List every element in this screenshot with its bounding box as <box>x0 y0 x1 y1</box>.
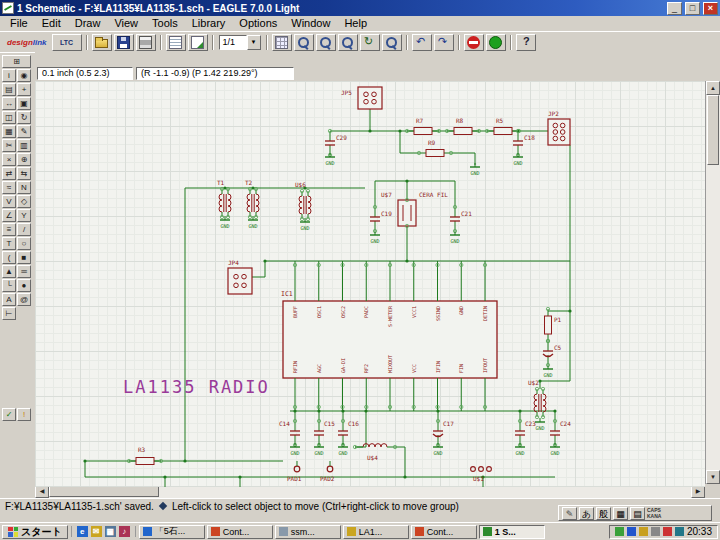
zoom-in-button[interactable] <box>316 34 336 51</box>
schematic-canvas[interactable]: R7R8R5R9R3P1C29C18C19C21C14C15C16C23C24C… <box>35 81 705 487</box>
tray-icon-4[interactable] <box>651 527 660 536</box>
designlink-brand[interactable]: designlink <box>3 38 51 47</box>
tool-wire[interactable]: / <box>17 223 31 236</box>
redo-button[interactable] <box>434 34 454 51</box>
tool-errors[interactable]: ! <box>17 408 31 421</box>
taskbar-task-2[interactable]: Cont... <box>207 525 273 539</box>
stop-button[interactable] <box>464 34 484 51</box>
print-button[interactable] <box>136 34 156 51</box>
tool-mark[interactable]: + <box>17 83 31 96</box>
start-button[interactable]: スタート <box>2 525 68 539</box>
part-C19[interactable]: C19 <box>370 205 392 232</box>
gnd-symbol[interactable]: GND <box>515 443 525 456</box>
gnd-symbol[interactable]: GND <box>513 153 523 166</box>
tool-invoke[interactable]: ≡ <box>2 223 16 236</box>
tool-copy[interactable]: ▣ <box>17 97 31 110</box>
part-R8[interactable]: R8 <box>445 117 480 135</box>
title-bar[interactable]: 1 Schematic - F:¥LA1135¥LA1135-1.sch - E… <box>0 0 720 16</box>
tray-icon-5[interactable] <box>663 527 672 536</box>
grid-button[interactable] <box>272 34 292 51</box>
gnd-symbol[interactable]: GND <box>248 216 258 229</box>
tool-paste[interactable]: ▥ <box>17 139 31 152</box>
gnd-symbol[interactable]: GND <box>220 216 230 229</box>
part-JP2[interactable]: JP2 <box>548 110 570 145</box>
vertical-scrollbar[interactable]: ▲ ▼ <box>705 81 720 484</box>
gnd-symbol[interactable]: GND <box>290 443 300 456</box>
tool-pinswap[interactable]: ⇄ <box>2 167 16 180</box>
board-button[interactable] <box>188 34 208 51</box>
gnd-symbol[interactable]: GND <box>450 231 460 244</box>
tool-label[interactable]: A <box>2 293 16 306</box>
tray-icon-2[interactable] <box>627 527 636 536</box>
gnd-symbol[interactable]: GND <box>550 443 560 456</box>
undo-button[interactable] <box>412 34 432 51</box>
save-button[interactable] <box>114 34 134 51</box>
sheet-select-value[interactable]: 1/1 <box>219 35 247 50</box>
part-R9[interactable]: R9 <box>417 139 452 157</box>
ime-dictionary-icon[interactable]: ▤ <box>630 507 645 520</box>
taskbar-task-6[interactable]: 1 S... <box>479 525 545 539</box>
tool-smash[interactable]: ◇ <box>17 195 31 208</box>
tool-bus[interactable]: ═ <box>17 265 31 278</box>
tool-rect[interactable]: ■ <box>17 251 31 264</box>
part-C5[interactable]: C5 <box>543 339 562 366</box>
tool-arc[interactable]: ( <box>2 251 16 264</box>
vertical-scroll-track[interactable] <box>706 165 720 470</box>
tray-icon-1[interactable] <box>615 527 624 536</box>
go-button[interactable] <box>486 34 506 51</box>
tool-miter[interactable]: ∠ <box>2 209 16 222</box>
ime-pen-icon[interactable] <box>562 507 577 520</box>
part-R5[interactable]: R5 <box>485 117 520 135</box>
tray-icon-3[interactable] <box>639 527 648 536</box>
ime-tools-icon[interactable]: ▦ <box>613 507 628 520</box>
part-PAD1[interactable]: PAD1 <box>287 461 302 482</box>
vertical-scroll-thumb[interactable] <box>707 95 719 165</box>
tool-split[interactable]: Y <box>17 209 31 222</box>
gnd-symbol[interactable]: GND <box>535 418 545 431</box>
tool-name[interactable]: N <box>17 181 31 194</box>
taskbar-task-5[interactable]: Cont... <box>411 525 477 539</box>
tray-icon-6[interactable] <box>675 527 684 536</box>
quicklaunch-desktop-icon[interactable]: ▦ <box>105 526 116 537</box>
menu-edit[interactable]: Edit <box>35 16 68 31</box>
part-C21[interactable]: C21 <box>450 205 472 232</box>
scroll-down-button[interactable]: ▼ <box>706 470 720 484</box>
part-U$6[interactable]: U$6 <box>295 181 311 221</box>
sheet-select-arrow-icon[interactable]: ▼ <box>247 35 261 50</box>
menu-view[interactable]: View <box>107 16 145 31</box>
part-U$2[interactable]: U$2 <box>528 379 546 419</box>
gnd-symbol[interactable]: GND <box>433 443 443 456</box>
menu-options[interactable]: Options <box>232 16 284 31</box>
part-C14[interactable]: C14 <box>279 419 300 446</box>
tool-cut[interactable]: ✂ <box>2 139 16 152</box>
part-R7[interactable]: R7 <box>405 117 440 135</box>
tool-value[interactable]: V <box>2 195 16 208</box>
part-JP4[interactable]: JP4 <box>228 259 252 294</box>
part-R3[interactable]: R3 <box>127 446 162 465</box>
help-button[interactable] <box>516 34 536 51</box>
tool-erc[interactable]: ✓ <box>2 408 16 421</box>
tool-add[interactable]: ⊕ <box>17 153 31 166</box>
part-JP5[interactable]: JP5 <box>341 87 382 109</box>
part-U$4[interactable]: U$4 <box>353 444 396 461</box>
close-button[interactable]: × <box>703 2 718 15</box>
quicklaunch-media-icon[interactable]: ♪ <box>119 526 130 537</box>
tool-net[interactable]: └ <box>2 279 16 292</box>
part-U$1[interactable]: U$1 <box>471 467 492 482</box>
part-IC1[interactable]: BUFFRFINOSC1AGCOSC2GA-DIPADCRF2S-METERMI… <box>281 261 497 411</box>
zoom-out-button[interactable] <box>338 34 358 51</box>
ime-input-mode[interactable]: あ <box>579 507 594 520</box>
menu-draw[interactable]: Draw <box>68 16 108 31</box>
zoom-fit-button[interactable] <box>294 34 314 51</box>
sheet-button[interactable] <box>166 34 186 51</box>
tool-gateswap[interactable]: ⇆ <box>17 167 31 180</box>
part-T1[interactable]: T1 <box>217 179 231 219</box>
ltc-spice-button[interactable]: LTC <box>52 34 82 51</box>
part-C29[interactable]: C29 <box>325 129 347 156</box>
part-C15[interactable]: C15 <box>314 419 335 446</box>
scroll-up-button[interactable]: ▲ <box>706 81 720 95</box>
taskbar-task-4[interactable]: LA1... <box>343 525 409 539</box>
menu-tools[interactable]: Tools <box>145 16 185 31</box>
taskbar-task-3[interactable]: ssm... <box>275 525 341 539</box>
maximize-button[interactable]: □ <box>685 2 700 15</box>
